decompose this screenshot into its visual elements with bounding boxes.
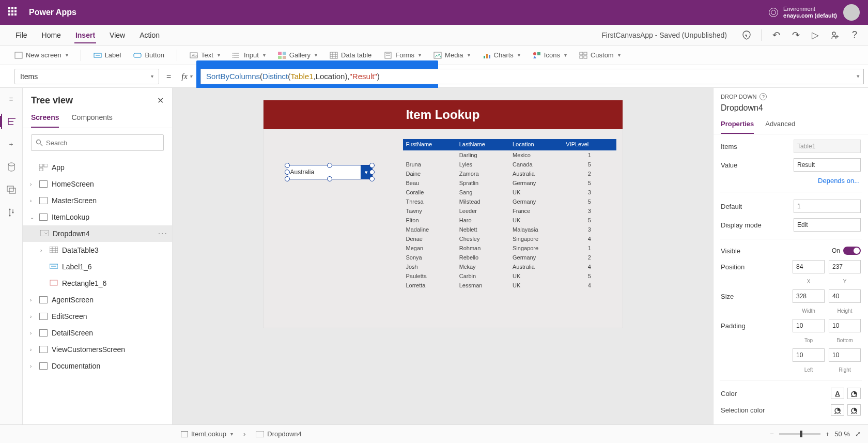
table-row[interactable]: BeauSpratlinGermany5 <box>403 178 616 188</box>
tab-components[interactable]: Components <box>71 110 112 128</box>
table-row[interactable]: MeganRohmanSingapore1 <box>403 243 616 253</box>
table-row[interactable]: PaulettaCarbinUK5 <box>403 271 616 281</box>
insert-icon[interactable]: ＋ <box>6 139 17 150</box>
prop-pos-x[interactable]: 84 <box>793 260 825 273</box>
tree-item-label1-6[interactable]: Label1_6 <box>23 258 172 275</box>
insert-forms-menu[interactable]: Forms▾ <box>384 51 421 59</box>
canvas[interactable]: Item Lookup Australia ▾ FirstName LastNa… <box>173 88 713 424</box>
prop-size-h[interactable]: 40 <box>829 289 861 303</box>
menu-insert[interactable]: Insert <box>74 27 96 43</box>
tree-item-detailscreen[interactable]: ›DetailScreen <box>23 325 172 341</box>
prop-size-w[interactable]: 328 <box>793 289 825 303</box>
fit-to-window-icon[interactable]: ⤢ <box>855 430 861 438</box>
tree-app-node[interactable]: App <box>23 159 172 176</box>
table-row[interactable]: BrunaLylesCanada5 <box>403 160 616 169</box>
redo-icon[interactable]: ↷ <box>791 30 801 40</box>
sel-fill-color-picker[interactable]: ◔ <box>847 404 861 416</box>
zoom-slider[interactable] <box>779 433 820 435</box>
insert-input-menu[interactable]: Input▾ <box>233 51 266 59</box>
menu-file[interactable]: File <box>14 27 28 43</box>
prop-displaymode-value[interactable]: Edit <box>794 218 861 232</box>
resize-handle[interactable] <box>285 176 290 181</box>
prop-pad-right[interactable]: 10 <box>829 348 861 362</box>
resize-handle[interactable] <box>369 176 375 181</box>
tree-item-homescreen[interactable]: ›HomeScreen <box>23 176 172 192</box>
data-icon[interactable] <box>6 161 17 173</box>
tree-item-rectangle1-6[interactable]: Rectangle1_6 <box>23 275 172 292</box>
tree-item-agentscreen[interactable]: ›AgentScreen <box>23 292 172 308</box>
resize-handle[interactable] <box>285 170 290 175</box>
zoom-out-icon[interactable]: − <box>770 430 774 438</box>
prop-value-value[interactable]: Result <box>794 158 861 172</box>
zoom-in-icon[interactable]: + <box>826 430 830 438</box>
advanced-tools-icon[interactable] <box>6 207 17 218</box>
prop-default-value[interactable]: 1 <box>794 200 861 213</box>
insert-button-button[interactable]: Button <box>133 51 164 59</box>
environment-selector[interactable]: Environment enayu.com (default) <box>769 6 837 19</box>
dropdown4-control[interactable]: Australia ▾ <box>287 165 373 179</box>
table-row[interactable]: CoralieSangUK3 <box>403 188 616 197</box>
menu-action[interactable]: Action <box>138 27 161 43</box>
table-row[interactable]: LorrettaLessmanUK4 <box>403 281 616 290</box>
tab-properties[interactable]: Properties <box>721 117 754 134</box>
tree-item-documentation[interactable]: ›Documentation <box>23 358 172 374</box>
tree-item-editscreen[interactable]: ›EditScreen <box>23 308 172 325</box>
sel-color-picker[interactable]: ◔ <box>831 404 844 416</box>
formula-input[interactable]: SortByColumns(Distinct(Table1, Location)… <box>200 69 864 84</box>
more-icon[interactable]: ··· <box>158 229 168 238</box>
table-row[interactable]: JoshMckayAustralia4 <box>403 262 616 271</box>
insert-icons-menu[interactable]: Icons▾ <box>533 51 567 59</box>
tab-screens[interactable]: Screens <box>31 110 59 128</box>
insert-label-button[interactable]: Label <box>94 51 121 59</box>
prop-pad-left[interactable]: 10 <box>793 348 825 362</box>
undo-icon[interactable]: ↶ <box>771 30 781 40</box>
tree-item-itemlookup[interactable]: ⌄ItemLookup <box>23 209 172 225</box>
resize-handle[interactable] <box>369 170 375 175</box>
insert-media-menu[interactable]: Media▾ <box>433 51 470 59</box>
media-panel-icon[interactable] <box>6 184 17 195</box>
depends-on-link[interactable]: Depends on... <box>721 177 861 185</box>
hamburger-icon[interactable]: ≡ <box>6 93 17 104</box>
menu-view[interactable]: View <box>109 27 126 43</box>
insert-custom-menu[interactable]: Custom▾ <box>579 51 621 59</box>
app-launcher-icon[interactable] <box>8 7 19 18</box>
table-row[interactable]: ThresaMilsteadGermany5 <box>403 197 616 206</box>
table-row[interactable]: SonyaRebelloGermany2 <box>403 253 616 262</box>
font-color-picker[interactable]: A <box>831 388 844 399</box>
property-selector[interactable]: Items ▾ <box>14 69 159 84</box>
insert-text-menu[interactable]: Abc Text▾ <box>190 51 220 59</box>
tree-item-masterscreen[interactable]: ›MasterScreen <box>23 192 172 209</box>
prop-pad-top[interactable]: 10 <box>793 319 825 332</box>
share-icon[interactable] <box>830 30 840 40</box>
table-row[interactable]: TawnyLeederFrance3 <box>403 206 616 216</box>
breadcrumb-control[interactable]: Dropdown4 <box>256 430 302 438</box>
insert-charts-menu[interactable]: Charts▾ <box>483 51 520 59</box>
resize-handle[interactable] <box>327 163 332 168</box>
table-row[interactable]: EltonHaroUK5 <box>403 216 616 225</box>
user-avatar[interactable] <box>843 4 860 21</box>
new-screen-button[interactable]: New screen▾ <box>14 51 68 59</box>
tree-item-datatable3[interactable]: ›DataTable3 <box>23 242 172 258</box>
menu-home[interactable]: Home <box>41 27 62 43</box>
prop-pos-y[interactable]: 237 <box>829 260 861 273</box>
tree-search[interactable] <box>31 134 164 151</box>
help-icon[interactable]: ? <box>849 30 860 40</box>
tab-advanced[interactable]: Advanced <box>765 117 795 134</box>
close-icon[interactable]: ✕ <box>157 96 164 105</box>
prop-pad-bottom[interactable]: 10 <box>829 319 861 332</box>
prop-items-value[interactable]: Table1 <box>794 140 861 153</box>
app-checker-icon[interactable] <box>741 30 752 40</box>
formula-expand-icon[interactable]: ▾ <box>857 73 860 80</box>
resize-handle[interactable] <box>369 163 375 168</box>
help-icon[interactable]: ? <box>760 93 767 100</box>
play-icon[interactable]: ▷ <box>810 30 820 40</box>
resize-handle[interactable] <box>327 176 332 181</box>
tree-view-icon[interactable] <box>0 116 22 127</box>
breadcrumb-screen[interactable]: ItemLookup▾ <box>181 430 233 438</box>
tree-search-input[interactable] <box>46 139 159 147</box>
insert-gallery-menu[interactable]: Gallery▾ <box>278 51 317 59</box>
visible-toggle[interactable] <box>843 247 861 255</box>
table-row[interactable]: MadalineNeblettMalayasia3 <box>403 225 616 234</box>
insert-datatable-button[interactable]: Data table <box>330 51 371 59</box>
table-row[interactable]: DarlingMexico1 <box>403 150 616 160</box>
